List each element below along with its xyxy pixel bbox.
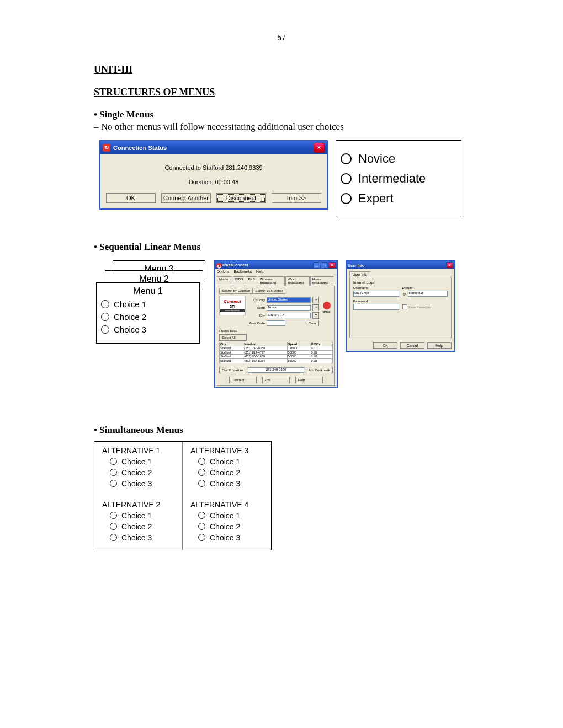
userinfo-frame: Internet Login Username Domain s0172769 … <box>349 277 452 338</box>
ok-button[interactable]: OK <box>106 193 156 203</box>
label-area: Area Code <box>247 322 265 325</box>
chevron-down-icon[interactable]: ▾ <box>312 297 319 303</box>
maximize-icon[interactable]: □ <box>321 262 328 269</box>
password-field[interactable] <box>353 304 399 310</box>
alt2-choice2[interactable]: Choice 2 <box>110 522 177 531</box>
col-city[interactable]: City <box>220 342 243 346</box>
cancel-button[interactable]: Cancel <box>400 342 424 349</box>
alt2-choice3[interactable]: Choice 3 <box>110 533 177 542</box>
table-row[interactable]: Stafford(832) 867-8354560000.98 <box>220 358 333 363</box>
choice-label: Choice 1 <box>121 457 152 466</box>
cell-city: Stafford <box>220 346 243 351</box>
alternative-3: ALTERNATIVE 3 Choice 1 Choice 2 Choice 3 <box>183 442 271 496</box>
alt3-choice3[interactable]: Choice 3 <box>198 479 265 488</box>
dialog-titlebar[interactable]: Connection Status × <box>100 141 327 154</box>
tab-userinfo[interactable]: User Info <box>349 271 370 277</box>
tab-wireless[interactable]: Wireless Broadband <box>258 276 285 286</box>
help-button[interactable]: Help <box>427 342 452 349</box>
menu1-choice2[interactable]: Choice 2 <box>101 312 195 322</box>
clear-button[interactable]: Clear <box>306 320 319 326</box>
radio-item-expert[interactable]: Expert <box>341 191 456 206</box>
userinfo-titlebar[interactable]: User Info × <box>347 261 454 269</box>
dialog-title: Connection Status <box>113 144 167 151</box>
cell-price: 0.98 <box>310 355 333 359</box>
radio-icon <box>198 523 205 530</box>
menu1-choice1[interactable]: Choice 1 <box>101 299 195 309</box>
ipass-titlebar[interactable]: iPassConnect _ □ × <box>215 261 337 269</box>
col-speed[interactable]: Speed <box>287 342 310 346</box>
save-password-checkbox[interactable] <box>402 304 407 309</box>
alt1-choice1[interactable]: Choice 1 <box>110 457 177 466</box>
tab-isdn[interactable]: ISDN <box>233 276 245 286</box>
menu-bookmarks[interactable]: Bookmarks <box>233 270 252 274</box>
tab-home[interactable]: Home Broadband <box>310 276 334 286</box>
select-all-button[interactable]: Select All <box>219 334 247 341</box>
subtab-number[interactable]: Search by Number <box>252 288 285 294</box>
menu1-choice3[interactable]: Choice 3 <box>101 325 195 334</box>
cell-city: Stafford <box>220 358 243 363</box>
col-price[interactable]: US$/hr <box>310 342 333 346</box>
tab-phs[interactable]: PHS <box>246 276 257 286</box>
menu1-card: Menu 1 Choice 1 Choice 2 Choice 3 <box>96 282 200 344</box>
alternative-2: ALTERNATIVE 2 Choice 1 Choice 2 Choice 3 <box>94 496 183 550</box>
subtab-location[interactable]: Search by Location <box>219 288 252 294</box>
alt1-choice2[interactable]: Choice 2 <box>110 468 177 477</box>
radio-icon <box>101 300 109 308</box>
choice-label: Choice 2 <box>121 468 152 477</box>
choice-label: Choice 1 <box>210 511 240 520</box>
chevron-down-icon[interactable]: ▾ <box>312 304 319 311</box>
connect-another-button[interactable]: Connect Another <box>161 193 211 203</box>
connection-to-text: Connected to Stafford 281.240.9339 <box>106 164 321 171</box>
col-number[interactable]: Number <box>243 342 287 346</box>
close-icon[interactable]: × <box>314 143 325 153</box>
alt3-choice1[interactable]: Choice 1 <box>198 457 265 466</box>
cell-speed: 56000 <box>287 358 310 363</box>
alt4-choice3[interactable]: Choice 3 <box>198 533 265 542</box>
state-field[interactable]: Texas <box>267 305 311 311</box>
country-field[interactable]: United States <box>267 297 311 303</box>
radio-item-intermediate[interactable]: Intermediate <box>341 172 456 186</box>
menu-options[interactable]: Options <box>217 270 229 274</box>
add-bookmark-button[interactable]: Add Bookmark <box>306 367 333 373</box>
table-row[interactable]: Stafford(281) 814-4727560000.98 <box>220 350 333 355</box>
username-field[interactable]: s0172769 <box>353 291 399 297</box>
radio-icon <box>198 512 205 519</box>
minimize-icon[interactable]: _ <box>313 262 320 269</box>
dial-number-field[interactable]: 281 240 9339 <box>248 367 304 373</box>
exit-button[interactable]: Exit <box>262 377 290 383</box>
choice-label: Choice 1 <box>210 457 240 466</box>
phone-table: City Number Speed US$/hr Stafford(281) 2… <box>219 342 333 363</box>
dial-properties-button[interactable]: Dial Properties <box>219 367 246 373</box>
alt1-choice3[interactable]: Choice 3 <box>110 479 177 488</box>
area-field[interactable] <box>267 320 285 326</box>
alt4-choice2[interactable]: Choice 2 <box>198 522 265 531</box>
label-username: Username <box>353 286 399 290</box>
chevron-down-icon[interactable]: ▾ <box>312 312 319 319</box>
radio-icon <box>341 193 352 204</box>
domain-field[interactable]: connect2t <box>408 291 448 297</box>
choice-label: Choice 3 <box>210 533 240 542</box>
alt4-choice1[interactable]: Choice 1 <box>198 511 265 520</box>
close-icon[interactable]: × <box>328 262 336 269</box>
city-field[interactable]: Stafford TX <box>267 313 311 318</box>
alt3-choice2[interactable]: Choice 2 <box>198 468 265 477</box>
heading-sequential: • Sequential Linear Menus <box>94 242 469 253</box>
table-row[interactable]: Stafford(281) 240-93391280000.0 <box>220 346 333 351</box>
help-button[interactable]: Help <box>295 377 323 383</box>
close-icon[interactable]: × <box>446 262 453 269</box>
connect-button[interactable]: Connect <box>229 377 257 383</box>
ok-button[interactable]: OK <box>373 342 397 349</box>
table-header-row: City Number Speed US$/hr <box>220 342 333 346</box>
tab-modem[interactable]: Modem <box>217 276 232 286</box>
alt2-choice1[interactable]: Choice 1 <box>110 511 177 520</box>
table-row[interactable]: Stafford(832) 363-1689560000.98 <box>220 355 333 359</box>
tab-wired[interactable]: Wired Broadband <box>285 276 310 286</box>
info-button[interactable]: Info >> <box>272 193 321 203</box>
disconnect-button[interactable]: Disconnect <box>216 193 266 203</box>
choice-label: Choice 1 <box>114 299 146 309</box>
radio-item-novice[interactable]: Novice <box>341 152 456 166</box>
label-state: State <box>247 306 265 310</box>
radio-icon <box>198 458 205 465</box>
menu-help[interactable]: Help <box>256 270 263 274</box>
cell-speed: 128000 <box>287 346 310 351</box>
